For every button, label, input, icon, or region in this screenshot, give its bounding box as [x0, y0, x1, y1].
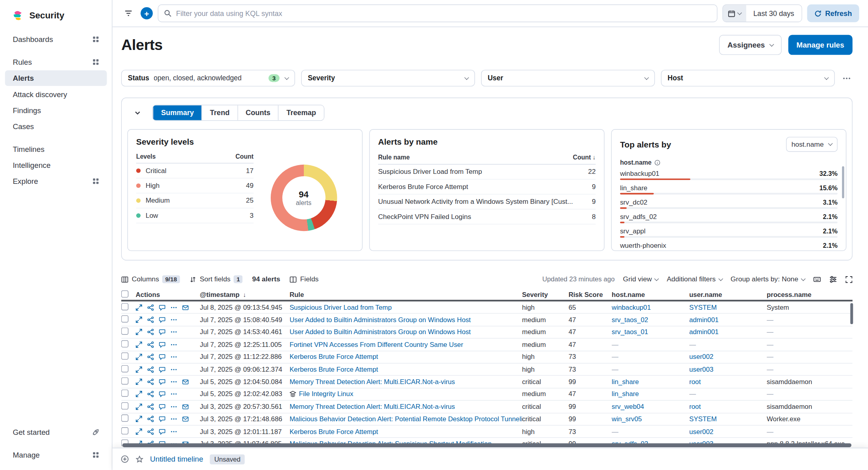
rule-link[interactable]: Fortinet VPN Accesses From Different Cou… [289, 341, 463, 349]
filter-icon[interactable] [121, 6, 136, 20]
rule-link[interactable]: Memory Threat Detection Alert: Multi.EIC… [289, 378, 455, 386]
more-actions-icon[interactable] [170, 366, 177, 373]
rule-link[interactable]: Kerberos Brute Force Attempt [289, 428, 378, 435]
row-checkbox[interactable] [121, 328, 129, 335]
analyzer-icon[interactable] [147, 354, 154, 360]
header-host-name[interactable]: host.name [612, 291, 689, 298]
top-alerts-host[interactable]: lin_share [620, 184, 648, 191]
select-all-checkbox[interactable] [121, 290, 129, 297]
assignees-button[interactable]: Assignees [719, 35, 781, 55]
user-link[interactable]: admin001 [689, 328, 767, 336]
sidebar-item[interactable]: Explore [5, 173, 107, 189]
rule-link[interactable]: User Added to Builtin Administrators Gro… [289, 316, 471, 323]
analyzer-icon[interactable] [147, 391, 154, 398]
user-link[interactable]: user002 [689, 428, 767, 435]
user-link[interactable]: root [689, 378, 767, 386]
sidebar-item[interactable]: Timelines [5, 141, 107, 157]
host-link[interactable]: lin_share [612, 390, 689, 398]
header-process-name[interactable]: process.name [767, 291, 852, 298]
header-severity[interactable]: Severity [522, 291, 568, 298]
notification-icon[interactable] [182, 416, 189, 422]
host-link[interactable]: — [612, 341, 689, 349]
header-rule[interactable]: Rule [289, 291, 522, 298]
sidebar-item[interactable]: Attack discovery [5, 86, 107, 102]
sidebar-item[interactable]: Get started [5, 424, 107, 440]
status-filter[interactable]: Status open, closed, acknowledged 3 [121, 70, 295, 87]
expand-alert-icon[interactable] [136, 416, 143, 422]
rule-link[interactable]: Kerberos Brute Force Attempt [289, 366, 378, 373]
analyzer-icon[interactable] [147, 329, 154, 336]
comment-icon[interactable] [159, 317, 166, 323]
comment-icon[interactable] [159, 329, 166, 336]
keyboard-shortcuts-icon[interactable] [813, 275, 821, 283]
favorite-star-icon[interactable] [136, 455, 143, 463]
row-checkbox[interactable] [121, 303, 129, 310]
sort-fields-button[interactable]: Sort fields 1 [189, 275, 243, 283]
host-link[interactable]: — [612, 353, 689, 361]
severity-filter[interactable]: Severity [301, 70, 475, 87]
more-actions-icon[interactable] [170, 317, 177, 323]
row-checkbox[interactable] [121, 402, 129, 409]
top-alerts-host[interactable]: winbackup01 [620, 169, 660, 177]
comment-icon[interactable] [159, 378, 166, 385]
grid-view-button[interactable]: Grid view [623, 275, 658, 283]
host-link[interactable]: winbackup01 [612, 303, 689, 311]
analyzer-icon[interactable] [147, 416, 154, 422]
manage-rules-button[interactable]: Manage rules [788, 35, 852, 55]
top-alerts-host[interactable]: srv_adfs_02 [620, 213, 657, 220]
sidebar-item[interactable]: Dashboards [5, 32, 107, 47]
row-checkbox[interactable] [121, 390, 129, 397]
expand-alert-icon[interactable] [136, 403, 143, 410]
more-actions-icon[interactable] [170, 403, 177, 410]
expand-alert-icon[interactable] [136, 378, 143, 385]
panel-scrollbar[interactable] [842, 166, 844, 198]
fields-button[interactable]: Fields [289, 275, 319, 283]
row-checkbox[interactable] [121, 340, 129, 347]
user-link[interactable]: user002 [689, 353, 767, 361]
expand-alert-icon[interactable] [136, 354, 143, 360]
host-link[interactable]: lin_share [612, 378, 689, 386]
fullscreen-icon[interactable] [845, 276, 852, 283]
sidebar-item[interactable]: Intelligence [5, 157, 107, 173]
row-checkbox[interactable] [121, 414, 129, 422]
search-input[interactable] [176, 9, 711, 18]
comment-icon[interactable] [159, 304, 166, 311]
more-actions-icon[interactable] [170, 304, 177, 311]
comment-icon[interactable] [159, 354, 166, 360]
sidebar-item[interactable]: Cases [5, 119, 107, 134]
rule-link[interactable]: User Added to Builtin Administrators Gro… [289, 328, 471, 336]
analyzer-icon[interactable] [147, 403, 154, 410]
rule-link[interactable]: Kerberos Brute Force Attempt [289, 353, 378, 361]
columns-button[interactable]: Columns 9/18 [121, 275, 180, 283]
group-alerts-button[interactable]: Group alerts by: None [731, 275, 805, 283]
user-link[interactable]: — [689, 341, 767, 349]
header-timestamp[interactable]: @timestamp ↓ [200, 291, 290, 298]
row-checkbox[interactable] [121, 377, 129, 384]
add-filter-icon[interactable]: + [141, 7, 153, 20]
host-link[interactable]: srv_taos_01 [612, 328, 689, 336]
host-link[interactable]: win_srv05 [612, 415, 689, 423]
timeline-title-link[interactable]: Untitled timeline [150, 455, 203, 463]
collapse-charts-icon[interactable] [132, 107, 143, 119]
header-risk-score[interactable]: Risk Score [569, 291, 612, 298]
header-user-name[interactable]: user.name [689, 291, 767, 298]
expand-alert-icon[interactable] [136, 391, 143, 398]
user-link[interactable]: — [689, 390, 767, 398]
host-link[interactable]: — [612, 366, 689, 373]
refresh-button[interactable]: Refresh [807, 4, 859, 22]
more-actions-icon[interactable] [170, 416, 177, 422]
more-actions-icon[interactable] [170, 341, 177, 348]
more-filters-icon[interactable] [841, 74, 852, 82]
comment-icon[interactable] [159, 403, 166, 410]
row-checkbox[interactable] [121, 365, 129, 372]
more-actions-icon[interactable] [170, 428, 177, 435]
comment-icon[interactable] [159, 416, 166, 422]
user-filter[interactable]: User [481, 70, 655, 87]
user-link[interactable]: root [689, 403, 767, 410]
notification-icon[interactable] [182, 378, 189, 385]
expand-alert-icon[interactable] [136, 366, 143, 373]
more-actions-icon[interactable] [170, 391, 177, 398]
row-checkbox[interactable] [121, 427, 129, 434]
display-options-icon[interactable] [829, 275, 837, 283]
user-link[interactable]: admin001 [689, 316, 767, 323]
